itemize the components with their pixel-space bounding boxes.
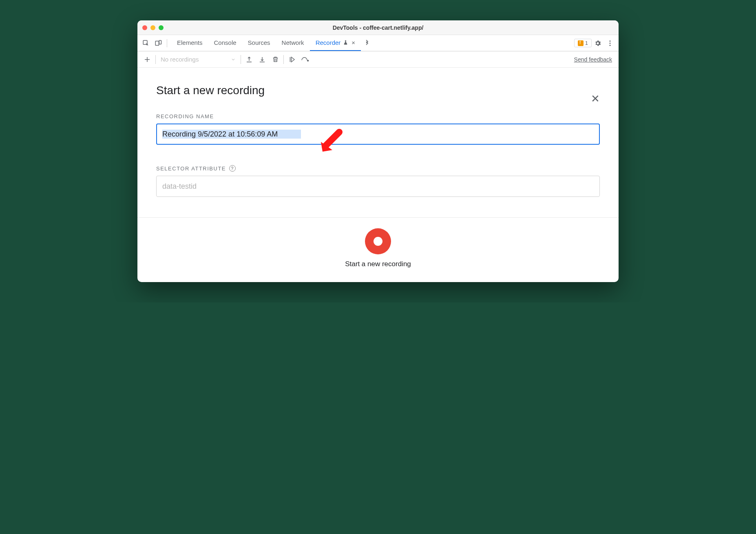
recording-name-label: RECORDING NAME (156, 113, 600, 119)
tab-label: Console (214, 39, 237, 46)
tab-label: Recorder (316, 39, 341, 46)
page-title: Start a new recording (156, 84, 265, 97)
window-title: DevTools - coffee-cart.netlify.app/ (137, 24, 619, 31)
recorder-panel: Start a new recording ✕ RECORDING NAME S… (137, 68, 619, 197)
svg-point-4 (610, 42, 611, 44)
svg-point-5 (610, 44, 611, 46)
divider (283, 55, 284, 64)
close-tab-icon[interactable]: × (351, 39, 355, 46)
minimize-window-button[interactable] (150, 25, 155, 30)
device-toolbar-icon[interactable] (152, 37, 164, 49)
devtools-window: DevTools - coffee-cart.netlify.app/ Elem… (137, 20, 619, 282)
recorder-toolbar: No recordings Send feedback (137, 51, 619, 68)
tab-label: Elements (177, 39, 203, 46)
close-window-button[interactable] (142, 25, 147, 30)
issues-badge[interactable]: 1 (574, 39, 592, 47)
selector-attribute-input[interactable] (156, 176, 600, 197)
import-icon[interactable] (256, 53, 269, 66)
close-panel-icon[interactable]: ✕ (591, 93, 600, 104)
selector-attribute-label: SELECTOR ATTRIBUTE (156, 165, 226, 172)
issues-count: 1 (585, 40, 588, 46)
dropdown-placeholder: No recordings (161, 56, 199, 63)
chevron-down-icon (231, 57, 236, 62)
step-icon[interactable] (298, 53, 312, 66)
panel-footer: Start a new recording (137, 217, 619, 282)
zoom-window-button[interactable] (159, 25, 164, 30)
traffic-lights (142, 25, 164, 30)
start-recording-button[interactable] (365, 228, 391, 254)
recording-name-input[interactable] (156, 124, 600, 145)
settings-icon[interactable] (592, 37, 604, 49)
more-tabs-icon[interactable] (361, 37, 373, 49)
more-options-icon[interactable] (604, 37, 616, 49)
tab-console[interactable]: Console (208, 35, 242, 51)
svg-point-6 (307, 60, 309, 61)
tab-recorder[interactable]: Recorder × (310, 35, 361, 51)
tab-sources[interactable]: Sources (242, 35, 276, 51)
delete-icon[interactable] (269, 53, 282, 66)
help-icon[interactable]: ? (229, 165, 236, 172)
continue-icon[interactable] (285, 53, 298, 66)
window-titlebar: DevTools - coffee-cart.netlify.app/ (137, 20, 619, 35)
tab-elements[interactable]: Elements (171, 35, 208, 51)
send-feedback-link[interactable]: Send feedback (574, 56, 612, 63)
flask-icon (343, 40, 348, 45)
recordings-dropdown[interactable]: No recordings (157, 56, 239, 63)
warning-icon (578, 40, 584, 46)
export-icon[interactable] (243, 53, 256, 66)
inspect-element-icon[interactable] (140, 37, 152, 49)
divider (167, 39, 167, 47)
divider (155, 55, 156, 64)
tab-network[interactable]: Network (276, 35, 310, 51)
tab-label: Sources (248, 39, 270, 46)
start-recording-label: Start a new recording (345, 260, 411, 268)
svg-rect-2 (159, 40, 161, 44)
devtools-tabstrip: Elements Console Sources Network Recorde… (137, 35, 619, 51)
selector-attribute-field: SELECTOR ATTRIBUTE ? (156, 165, 600, 197)
svg-point-3 (610, 40, 611, 42)
divider (241, 55, 241, 64)
tab-label: Network (282, 39, 304, 46)
recording-name-field: RECORDING NAME (156, 113, 600, 145)
add-recording-icon[interactable] (141, 53, 154, 66)
svg-rect-1 (155, 41, 159, 45)
